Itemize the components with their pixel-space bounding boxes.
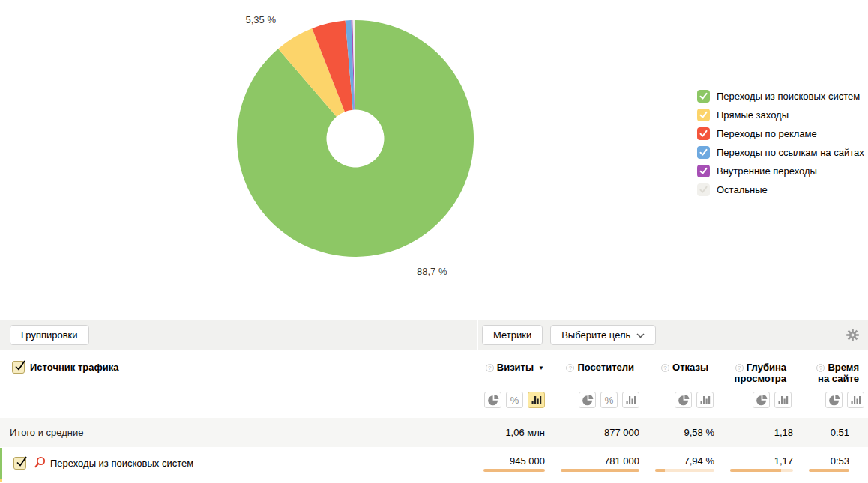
legend-label: Остальные xyxy=(717,184,768,195)
legend-item[interactable]: Переходы по ссылкам на сайтах xyxy=(697,143,864,162)
metric-column-label[interactable]: ?Посетители xyxy=(566,362,643,373)
metric-columns-header: ?Визиты▼%?Посетители%?Отказы?Глубинапрос… xyxy=(477,350,868,417)
goal-picker-button[interactable]: Выберите цель xyxy=(550,325,656,345)
totals-value: 0:51 xyxy=(795,427,868,438)
value-mini-bar xyxy=(483,469,545,472)
pie-mode-button[interactable] xyxy=(675,392,692,408)
chevron-down-icon xyxy=(636,329,645,341)
legend-label: Переходы из поисковых систем xyxy=(717,91,860,102)
legend-checkbox-icon[interactable] xyxy=(697,109,710,121)
legend-checkbox-icon[interactable] xyxy=(697,183,710,196)
legend-checkbox-icon[interactable] xyxy=(697,146,710,159)
donut-chart xyxy=(235,19,475,258)
legend-label: Внутренние переходы xyxy=(717,165,817,177)
value-mini-bar xyxy=(809,469,849,472)
table-header-row: Источник трафика ?Визиты▼%?Посетители%?О… xyxy=(0,350,868,417)
metric-column-header: ?Отказы xyxy=(643,350,717,417)
groupings-button[interactable]: Группировки xyxy=(10,325,89,345)
display-mode-buttons xyxy=(825,392,868,408)
help-icon[interactable]: ? xyxy=(735,364,744,372)
metric-column-header: ?Визиты▼% xyxy=(477,350,549,417)
donut-chart-svg[interactable] xyxy=(235,19,475,258)
search-magnifier-icon[interactable] xyxy=(34,456,46,471)
row-name-cell: Переходы из поисковых систем xyxy=(0,456,477,471)
table-settings-gear-icon[interactable] xyxy=(846,329,859,341)
totals-label: Итого и средние xyxy=(0,427,477,438)
metric-value: 945 000 xyxy=(510,455,545,467)
metric-value-cell: 945 000 xyxy=(477,455,549,472)
metrics-button[interactable]: Метрики xyxy=(482,325,543,345)
bars-mode-icon xyxy=(777,394,789,406)
value-mini-bar xyxy=(730,469,793,472)
legend-item[interactable]: Остальные xyxy=(697,180,864,199)
group-checkbox[interactable] xyxy=(12,361,25,374)
legend-item[interactable]: Прямые заходы xyxy=(697,106,864,124)
totals-value: 1,06 млн xyxy=(477,427,549,438)
metric-column-header: ?Времяна сайте xyxy=(795,350,868,417)
metric-value: 7,94 % xyxy=(684,455,714,467)
legend-item[interactable]: Переходы из поисковых систем xyxy=(697,87,864,106)
pie-mode-button[interactable] xyxy=(579,392,596,408)
bars-mode-icon xyxy=(699,394,711,406)
metric-column-label[interactable]: ?Визиты▼ xyxy=(486,362,549,374)
metric-column-label[interactable]: ?Отказы xyxy=(661,362,717,373)
help-icon[interactable]: ? xyxy=(566,364,574,372)
pie-mode-button[interactable] xyxy=(484,392,501,408)
value-mini-bar xyxy=(655,469,714,472)
value-mini-bar xyxy=(561,469,639,472)
pie-mode-icon xyxy=(678,394,690,406)
bars-mode-icon xyxy=(850,394,862,406)
bars-mode-button[interactable] xyxy=(847,392,864,408)
slice-percent-label-direct: 5,35 % xyxy=(222,14,276,25)
display-mode-buttons: % xyxy=(484,392,549,408)
legend-item[interactable]: Внутренние переходы xyxy=(697,162,864,180)
sort-arrow-icon: ▼ xyxy=(538,365,544,371)
percent-mode-button[interactable]: % xyxy=(506,392,523,408)
help-icon[interactable]: ? xyxy=(486,364,494,372)
totals-row: Итого и средние 1,06 млн877 0009,58 %1,1… xyxy=(0,418,868,447)
percent-mode-icon: % xyxy=(510,395,519,406)
bars-mode-button[interactable] xyxy=(696,392,714,408)
legend-label: Прямые заходы xyxy=(717,109,789,121)
goal-picker-label: Выберите цель xyxy=(561,329,630,341)
totals-value: 877 000 xyxy=(549,427,643,438)
table-row: Переходы из поисковых систем945 000781 0… xyxy=(0,448,868,479)
legend-item[interactable]: Переходы по рекламе xyxy=(697,124,864,143)
legend-checkbox-icon[interactable] xyxy=(697,90,710,103)
metric-column-label[interactable]: ?Времяна сайте xyxy=(816,362,868,384)
metric-value: 1,17 xyxy=(774,455,793,467)
bars-mode-button[interactable] xyxy=(528,392,545,408)
totals-value: 9,58 % xyxy=(643,427,717,438)
legend-checkbox-icon[interactable] xyxy=(697,165,710,177)
pie-mode-button[interactable] xyxy=(825,392,843,408)
pie-mode-button[interactable] xyxy=(753,392,770,408)
bars-mode-icon xyxy=(625,394,637,406)
donut-slice[interactable] xyxy=(237,20,474,257)
metric-column-header: ?Глубинапросмотра xyxy=(717,350,795,417)
pie-mode-icon xyxy=(828,394,840,406)
group-column-title[interactable]: Источник трафика xyxy=(30,361,119,374)
help-icon[interactable]: ? xyxy=(816,364,825,372)
legend-checkbox-icon[interactable] xyxy=(697,127,710,140)
next-row-peek xyxy=(0,479,868,482)
metric-column-label[interactable]: ?Глубинапросмотра xyxy=(735,362,795,384)
row-color-stripe xyxy=(0,448,2,479)
legend-label: Переходы по рекламе xyxy=(717,128,817,139)
display-mode-buttons: % xyxy=(579,392,643,408)
metric-value: 0:53 xyxy=(831,455,849,467)
bars-mode-icon xyxy=(531,394,543,406)
bars-mode-button[interactable] xyxy=(622,392,639,408)
bars-mode-button[interactable] xyxy=(774,392,792,408)
metric-value-cell: 1,17 xyxy=(717,455,795,472)
pie-mode-icon xyxy=(582,394,594,406)
group-column-header: Источник трафика xyxy=(0,350,477,417)
legend-label: Переходы по ссылкам на сайтах xyxy=(717,147,864,158)
row-source-label[interactable]: Переходы из поисковых систем xyxy=(50,458,193,469)
metrica-dashboard: 5,35 % 88,7 % Переходы из поисковых сист… xyxy=(0,0,868,483)
totals-values: 1,06 млн877 0009,58 %1,180:51 xyxy=(477,427,868,438)
help-icon[interactable]: ? xyxy=(661,364,669,372)
percent-mode-button[interactable]: % xyxy=(600,392,618,408)
row-checkbox[interactable] xyxy=(13,457,26,470)
toolbar-left-section: Группировки xyxy=(0,320,477,350)
display-mode-buttons xyxy=(675,392,717,408)
